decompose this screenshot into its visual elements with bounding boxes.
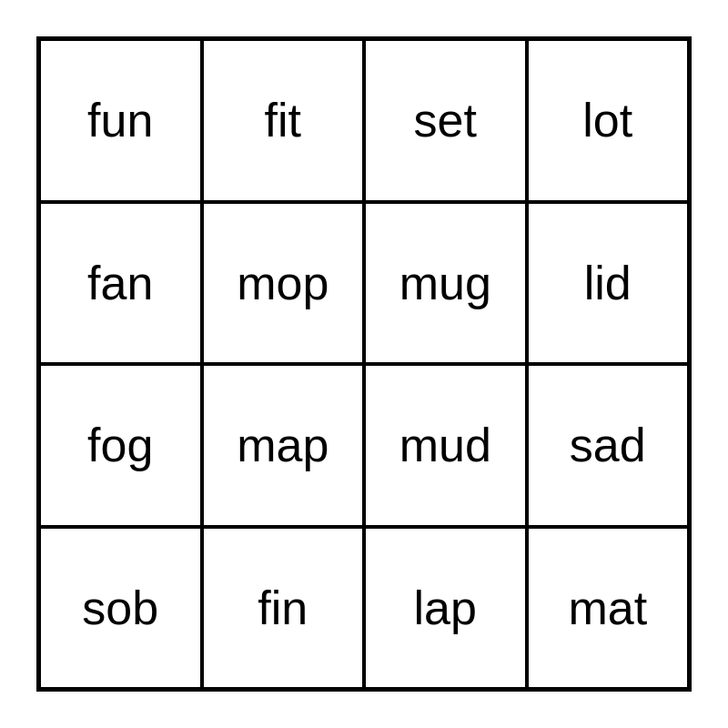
grid-cell-r3c1: fin (202, 527, 365, 690)
grid-cell-r2c3: sad (527, 364, 690, 527)
grid-cell-r3c3: mat (527, 527, 690, 690)
word-grid: funfitsetlotfanmopmuglidfogmapmudsadsobf… (36, 36, 692, 692)
grid-cell-r1c0: fan (39, 202, 202, 365)
grid-cell-r0c0: fun (39, 39, 202, 202)
grid-cell-r2c1: map (202, 364, 365, 527)
grid-cell-r1c1: mop (202, 202, 365, 365)
grid-cell-r1c3: lid (527, 202, 690, 365)
grid-cell-r3c0: sob (39, 527, 202, 690)
grid-cell-r2c2: mud (364, 364, 527, 527)
grid-cell-r0c2: set (364, 39, 527, 202)
grid-cell-r3c2: lap (364, 527, 527, 690)
grid-cell-r1c2: mug (364, 202, 527, 365)
grid-cell-r0c3: lot (527, 39, 690, 202)
grid-cell-r2c0: fog (39, 364, 202, 527)
grid-cell-r0c1: fit (202, 39, 365, 202)
